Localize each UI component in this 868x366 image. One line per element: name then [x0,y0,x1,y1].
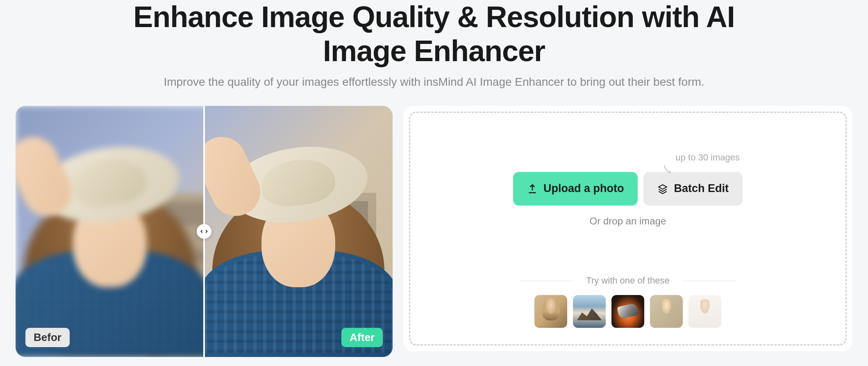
sample-thumbnail-2[interactable] [573,295,606,328]
sample-thumbnails [534,295,721,328]
before-label: Befor [25,328,70,347]
page-title: Enhance Image Quality & Resolution with … [16,0,852,68]
batch-edit-button[interactable]: Batch Edit [643,172,743,206]
upload-panel: up to 30 images Upload a photo Batch Edi… [403,106,852,351]
page-header: Enhance Image Quality & Resolution with … [16,0,852,89]
sample-thumbnail-4[interactable] [650,295,683,328]
before-image [16,106,204,357]
upload-dropzone[interactable]: up to 30 images Upload a photo Batch Edi… [409,112,847,345]
batch-button-label: Batch Edit [674,182,729,195]
layers-icon [657,183,668,194]
hint-arrow-icon [662,164,673,177]
samples-label: Try with one of these [573,275,682,286]
after-label: After [341,328,383,347]
upload-photo-button[interactable]: Upload a photo [513,172,638,206]
after-image [204,106,393,357]
title-line-1: Enhance Image Quality & Resolution with … [133,0,735,33]
batch-hint: up to 30 images [675,152,740,163]
title-line-2: Image Enhancer [323,34,545,67]
drop-instruction: Or drop an image [590,215,666,227]
page-subtitle: Improve the quality of your images effor… [16,75,852,89]
upload-button-label: Upload a photo [543,182,624,195]
sample-thumbnail-3[interactable] [611,295,644,328]
upload-icon [527,183,538,194]
comparison-slider-handle[interactable] [197,224,211,239]
sample-thumbnail-1[interactable] [534,295,567,328]
drag-horizontal-icon [200,227,208,236]
sample-thumbnail-5[interactable] [688,295,721,328]
before-after-preview: Befor After [16,106,393,357]
